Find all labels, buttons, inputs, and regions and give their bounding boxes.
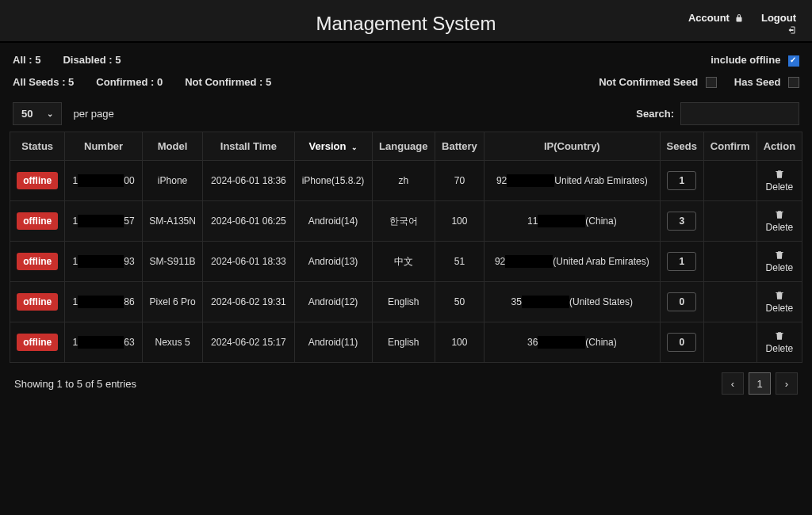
redacted <box>507 174 554 187</box>
header: Management System Account Logout <box>0 0 812 41</box>
redacted <box>538 215 585 227</box>
trash-icon <box>774 250 785 261</box>
filter-confirmed[interactable]: Confirmed : 0 <box>96 76 163 88</box>
logout-link[interactable]: Logout <box>761 12 796 35</box>
filter-all[interactable]: All : 5 <box>13 54 40 66</box>
not-confirmed-seed-toggle[interactable]: Not Confirmed Seed <box>599 76 717 89</box>
account-label: Account <box>688 12 730 24</box>
seeds-button[interactable]: 0 <box>667 292 696 311</box>
model-cell: SM-S911B <box>142 242 203 282</box>
has-seed-toggle[interactable]: Has Seed <box>734 76 799 89</box>
number-cell: 193 <box>65 242 142 282</box>
install-time-cell: 2024-06-01 18:33 <box>203 242 294 282</box>
seeds-button[interactable]: 1 <box>667 171 696 190</box>
col-status[interactable]: Status <box>10 132 65 161</box>
language-cell: English <box>372 322 435 363</box>
page-title: Management System <box>13 8 799 36</box>
ip-cell: 11(China) <box>484 201 660 242</box>
redacted <box>505 255 553 268</box>
redacted <box>78 255 124 268</box>
number-cell: 163 <box>65 322 142 363</box>
battery-cell: 51 <box>435 242 485 282</box>
ip-cell: 92United Arab Emirates) <box>484 161 660 201</box>
status-badge: offline <box>17 172 58 189</box>
delete-button[interactable]: Delete <box>762 169 797 193</box>
confirm-cell <box>703 161 756 201</box>
seeds-button[interactable]: 1 <box>667 252 696 271</box>
install-time-cell: 2024-06-01 06:25 <box>203 201 294 242</box>
next-page-button[interactable]: › <box>776 372 798 395</box>
seeds-button[interactable]: 3 <box>667 212 696 231</box>
battery-cell: 70 <box>435 161 485 201</box>
col-action[interactable]: Action <box>756 132 802 161</box>
number-cell: 186 <box>65 282 142 322</box>
language-cell: 한국어 <box>372 201 435 242</box>
delete-button[interactable]: Delete <box>762 209 797 233</box>
include-offline-toggle[interactable]: include offline <box>710 54 799 67</box>
col-ip-country[interactable]: IP(Country) <box>484 132 660 161</box>
trash-icon <box>774 330 785 341</box>
search-input[interactable] <box>680 102 799 125</box>
table-row: offline100iPhone2024-06-01 18:36iPhone(1… <box>10 161 802 201</box>
delete-button[interactable]: Delete <box>762 290 797 314</box>
filters: All : 5 Disabled : 5 include offline All… <box>0 46 812 99</box>
language-cell: zh <box>372 161 435 201</box>
filter-disabled[interactable]: Disabled : 5 <box>63 54 121 66</box>
page-size-select[interactable]: 50 ⌄ <box>13 102 62 125</box>
version-cell: Android(12) <box>294 282 372 322</box>
battery-cell: 100 <box>435 322 485 363</box>
account-link[interactable]: Account <box>688 12 744 24</box>
version-cell: Android(11) <box>294 322 372 363</box>
status-badge: offline <box>17 253 58 270</box>
redacted <box>538 336 585 349</box>
col-battery[interactable]: Battery <box>435 132 485 161</box>
version-cell: Android(14) <box>294 201 372 242</box>
table-footer: Showing 1 to 5 of 5 entries ‹ 1 › <box>0 363 812 404</box>
ip-cell: 36(China) <box>484 322 660 363</box>
header-actions: Account Logout <box>688 12 796 35</box>
col-model[interactable]: Model <box>142 132 203 161</box>
col-version[interactable]: Version⌄ <box>294 132 372 161</box>
model-cell: iPhone <box>142 161 203 201</box>
install-time-cell: 2024-06-02 19:31 <box>203 282 294 322</box>
table-controls: 50 ⌄ per page Search: <box>0 99 812 132</box>
col-language[interactable]: Language <box>372 132 435 161</box>
version-cell: Android(13) <box>294 242 372 282</box>
lock-icon <box>734 13 744 23</box>
battery-cell: 50 <box>435 282 485 322</box>
language-cell: 中文 <box>372 242 435 282</box>
filter-not-confirmed[interactable]: Not Confirmed : 5 <box>185 76 271 88</box>
col-install-time[interactable]: Install Time <box>203 132 294 161</box>
filter-all-seeds[interactable]: All Seeds : 5 <box>13 76 74 88</box>
status-badge: offline <box>17 212 58 230</box>
confirm-cell <box>703 201 756 242</box>
search-label: Search: <box>636 108 674 120</box>
confirm-cell <box>703 322 756 363</box>
trash-icon <box>774 209 785 220</box>
col-number[interactable]: Number <box>65 132 142 161</box>
chevron-down-icon: ⌄ <box>351 143 358 151</box>
language-cell: English <box>372 282 435 322</box>
prev-page-button[interactable]: ‹ <box>722 372 744 395</box>
status-badge: offline <box>17 334 58 351</box>
table-row: offline186Pixel 6 Pro2024-06-02 19:31And… <box>10 282 802 322</box>
table-row: offline157SM-A135N2024-06-01 06:25Androi… <box>10 201 802 242</box>
divider <box>0 41 812 43</box>
delete-button[interactable]: Delete <box>762 330 797 354</box>
seeds-button[interactable]: 0 <box>667 333 696 352</box>
delete-button[interactable]: Delete <box>762 250 797 273</box>
checkbox-icon <box>788 77 799 88</box>
number-cell: 157 <box>65 201 142 242</box>
col-seeds[interactable]: Seeds <box>660 132 703 161</box>
checkbox-icon <box>706 77 717 88</box>
number-cell: 100 <box>65 161 142 201</box>
redacted <box>78 215 124 227</box>
trash-icon <box>774 290 785 301</box>
col-confirm[interactable]: Confirm <box>703 132 756 161</box>
pagination: ‹ 1 › <box>722 372 798 395</box>
confirm-cell <box>703 242 756 282</box>
redacted <box>522 296 569 308</box>
model-cell: SM-A135N <box>142 201 203 242</box>
page-number-button[interactable]: 1 <box>749 372 771 395</box>
chevron-down-icon: ⌄ <box>47 109 53 118</box>
